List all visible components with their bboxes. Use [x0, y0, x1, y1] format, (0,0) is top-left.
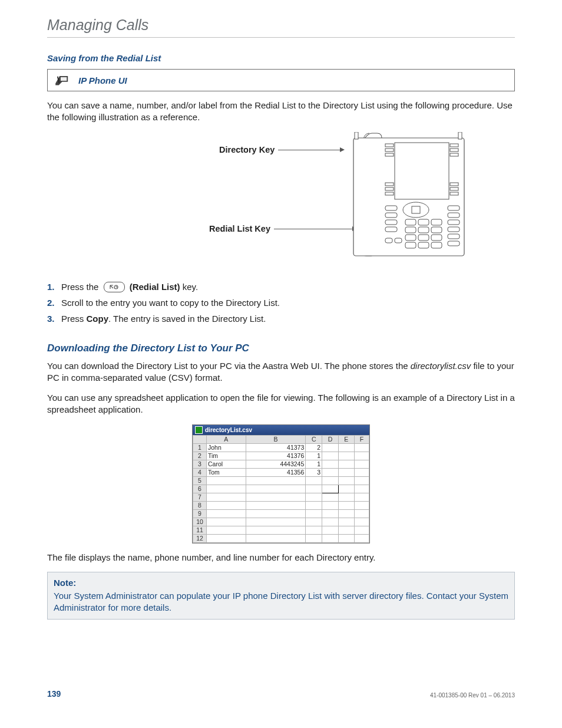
directory-key-label: Directory Key [219, 145, 275, 154]
step-3-post: . The entry is saved in the Directory Li… [108, 314, 266, 324]
svg-rect-22 [385, 227, 397, 232]
svg-rect-8 [385, 192, 394, 195]
ip-phone-ui-label: IP Phone UI [78, 75, 127, 85]
step-1-pre: Press the [61, 282, 101, 292]
svg-rect-21 [385, 220, 397, 225]
svg-rect-35 [418, 227, 429, 233]
svg-rect-15 [355, 132, 358, 139]
doc-revision: 41-001385-00 Rev 01 – 06.2013 [430, 692, 515, 699]
phone-illustration: Directory Key Redial List Key [47, 132, 515, 268]
procedure-list: Press the (Redial List) key. Scroll to t… [47, 281, 515, 325]
redial-key-label: Redial List Key [209, 224, 270, 233]
step-2: Scroll to the entry you want to copy to … [47, 297, 515, 309]
svg-rect-2 [395, 143, 449, 199]
download-p1: You can download the Directory List to y… [47, 360, 515, 384]
svg-rect-26 [448, 213, 459, 218]
spreadsheet-titlebar: directoryList.csv [193, 425, 369, 435]
download-p3: The file displays the name, phone number… [47, 552, 515, 564]
ip-phone-ui-callout: IP Phone UI [47, 69, 515, 91]
note-heading: Note: [54, 577, 508, 589]
intro-paragraph: You can save a name, number, and/or labe… [47, 100, 515, 124]
svg-rect-12 [450, 183, 458, 186]
svg-rect-32 [418, 219, 429, 225]
section-heading-saving: Saving from the Redial List [47, 53, 515, 63]
svg-rect-18 [412, 206, 420, 213]
step-3-bold: Copy [87, 314, 109, 324]
svg-rect-27 [448, 220, 459, 225]
spreadsheet-screenshot: directoryList.csv ABC DEF 1John413732 2T… [192, 424, 370, 543]
svg-rect-31 [405, 219, 416, 225]
desk-phone-line-art [313, 132, 467, 265]
svg-rect-38 [418, 235, 429, 241]
svg-rect-34 [405, 227, 416, 233]
svg-rect-41 [418, 242, 429, 248]
svg-rect-20 [385, 213, 397, 218]
svg-rect-14 [450, 192, 458, 195]
svg-rect-10 [450, 149, 458, 151]
step-1: Press the (Redial List) key. [47, 281, 515, 293]
svg-rect-5 [385, 153, 394, 156]
note-body: Your System Administrator can populate y… [54, 590, 508, 614]
svg-rect-9 [450, 144, 458, 147]
page-title: Managing Calls [47, 17, 515, 38]
svg-rect-13 [450, 187, 458, 190]
svg-rect-11 [450, 153, 458, 156]
svg-rect-24 [395, 238, 402, 243]
excel-icon [195, 426, 203, 434]
svg-rect-39 [431, 235, 442, 241]
svg-rect-42 [431, 242, 442, 248]
section-heading-download: Downloading the Directory List to Your P… [47, 342, 515, 354]
svg-rect-37 [405, 235, 416, 241]
desk-phone-icon [48, 70, 78, 91]
spreadsheet-filename: directoryList.csv [205, 427, 252, 433]
svg-rect-36 [431, 227, 442, 233]
svg-rect-40 [405, 242, 416, 248]
svg-rect-7 [385, 187, 394, 190]
note-box: Note: Your System Administrator can popu… [47, 572, 515, 620]
filename-ref: directorylist.csv [411, 361, 471, 371]
svg-rect-19 [385, 206, 397, 210]
step-1-post: key. [183, 282, 198, 292]
svg-rect-30 [448, 241, 459, 246]
svg-rect-3 [385, 144, 394, 147]
svg-rect-25 [448, 206, 459, 210]
svg-rect-16 [458, 132, 462, 139]
svg-rect-4 [385, 149, 394, 151]
redial-list-key-icon [104, 282, 125, 292]
svg-rect-29 [448, 234, 459, 239]
step-1-key: (Redial List) [130, 282, 180, 292]
svg-rect-0 [61, 77, 67, 81]
svg-rect-33 [431, 219, 442, 225]
step-3: Press Copy. The entry is saved in the Di… [47, 312, 515, 325]
step-3-pre: Press [61, 314, 87, 324]
svg-rect-23 [385, 238, 392, 243]
svg-rect-28 [448, 227, 459, 232]
svg-rect-6 [385, 183, 394, 186]
download-p2: You can use any spreadsheet application … [47, 392, 515, 416]
page-number: 139 [47, 689, 61, 699]
spreadsheet-grid: ABC DEF 1John413732 2Tim413761 3Carol444… [193, 435, 369, 543]
